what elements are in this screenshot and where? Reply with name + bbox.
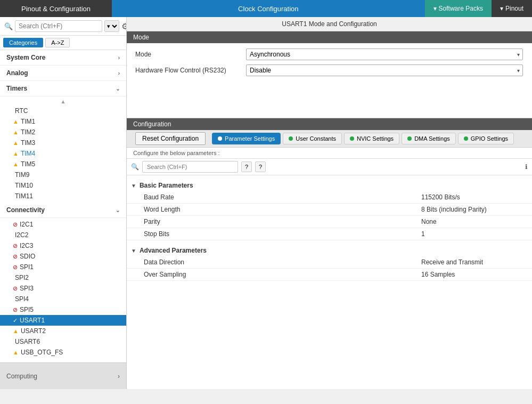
param-search-input[interactable] bbox=[142, 161, 238, 173]
config-tabs: Parameter Settings User Constants NVIC S… bbox=[212, 133, 514, 144]
tim3-label: TIM3 bbox=[21, 139, 35, 147]
i2c1-label: I2C1 bbox=[20, 221, 33, 228]
sidebar-item-rtc[interactable]: RTC bbox=[0, 106, 126, 116]
param-row-baud-rate: Baud Rate 115200 Bits/s bbox=[127, 191, 532, 204]
param-row-stop-bits: Stop Bits 1 bbox=[127, 228, 532, 240]
sidebar: 🔍 ▾ ⚙ Categories A->Z System Core › bbox=[0, 17, 127, 389]
sidebar-item-tim11[interactable]: TIM11 bbox=[0, 191, 126, 201]
sidebar-category-system-core[interactable]: System Core › bbox=[0, 50, 126, 66]
mode-content: Mode Asynchronous Hardware Flow Control … bbox=[127, 43, 532, 118]
search-input[interactable] bbox=[15, 20, 102, 32]
sidebar-item-tim10[interactable]: TIM10 bbox=[0, 180, 126, 191]
az-tab[interactable]: A->Z bbox=[45, 38, 70, 47]
gear-icon[interactable]: ⚙ bbox=[121, 21, 127, 31]
spi3-label: SPI3 bbox=[20, 285, 34, 292]
sidebar-item-usart6[interactable]: USART6 bbox=[0, 336, 126, 347]
hw-flow-select-wrapper: Disable bbox=[246, 64, 523, 76]
sidebar-item-sdio[interactable]: ⊘ SDIO bbox=[0, 251, 126, 262]
advanced-params-arrow: ▼ bbox=[131, 248, 136, 254]
analog-arrow: › bbox=[118, 70, 120, 76]
sidebar-item-tim9[interactable]: TIM9 bbox=[0, 169, 126, 180]
sidebar-category-connectivity[interactable]: Connectivity ⌄ ⊘ I2C1 I2C2 ⊘ I2C3 bbox=[0, 203, 126, 359]
connectivity-arrow: ⌄ bbox=[116, 207, 120, 213]
sidebar-item-spi2[interactable]: SPI2 bbox=[0, 272, 126, 283]
sidebar-category-timers[interactable]: Timers ⌄ ▲ RTC ▲ TIM1 ▲ TIM2 bbox=[0, 81, 126, 203]
sidebar-item-spi5[interactable]: ⊘ SPI5 bbox=[0, 304, 126, 315]
sidebar-item-tim4[interactable]: ▲ TIM4 bbox=[0, 148, 126, 159]
hw-flow-select[interactable]: Disable bbox=[246, 64, 523, 76]
advanced-params-header[interactable]: ▼ Advanced Parameters bbox=[127, 245, 532, 256]
analog-label: Analog bbox=[6, 69, 28, 77]
toolbar-info-btn1[interactable]: ? bbox=[241, 161, 252, 172]
sidebar-category-analog[interactable]: Analog › bbox=[0, 66, 126, 81]
tab-parameter-settings[interactable]: Parameter Settings bbox=[212, 133, 281, 144]
search-icon: 🔍 bbox=[4, 22, 13, 30]
mode-label: Mode bbox=[135, 51, 242, 58]
sidebar-item-spi4[interactable]: SPI4 bbox=[0, 294, 126, 304]
usart2-label: USART2 bbox=[21, 327, 46, 335]
i2c3-label: I2C3 bbox=[20, 242, 33, 249]
spi5-label: SPI5 bbox=[20, 306, 34, 313]
pinout-config-tab[interactable]: Pinout & Configuration bbox=[0, 0, 112, 17]
tim4-warning-icon: ▲ bbox=[13, 150, 19, 157]
sidebar-item-tim1[interactable]: ▲ TIM1 bbox=[0, 116, 126, 127]
sidebar-item-tim2[interactable]: ▲ TIM2 bbox=[0, 127, 126, 138]
tim4-label: TIM4 bbox=[21, 150, 35, 157]
sidebar-item-usart1[interactable]: ✓ USART1 bbox=[0, 315, 126, 326]
sidebar-tabs: Categories A->Z bbox=[0, 36, 126, 50]
baud-rate-name: Baud Rate bbox=[144, 193, 421, 201]
over-sampling-name: Over Sampling bbox=[144, 271, 421, 278]
pinout-tab[interactable]: ▾ Pinout bbox=[492, 0, 532, 17]
tab-dma-settings[interactable]: DMA Settings bbox=[402, 133, 456, 144]
param-row-word-length: Word Length 8 Bits (including Parity) bbox=[127, 204, 532, 216]
mode-select-wrapper: Asynchronous bbox=[246, 49, 523, 60]
content-title: USART1 Mode and Configuration bbox=[127, 17, 532, 31]
tim3-warning-icon: ▲ bbox=[13, 140, 19, 146]
data-direction-value: Receive and Transmit bbox=[421, 258, 528, 266]
sidebar-item-tim3[interactable]: ▲ TIM3 bbox=[0, 138, 126, 148]
sidebar-item-usb-otg-fs[interactable]: ▲ USB_OTG_FS bbox=[0, 347, 126, 358]
spi1-error-icon: ⊘ bbox=[13, 264, 18, 271]
tab-gpio-settings[interactable]: GPIO Settings bbox=[458, 133, 514, 144]
parity-name: Parity bbox=[144, 218, 421, 225]
param-row-data-direction: Data Direction Receive and Transmit bbox=[127, 256, 532, 269]
computing-chevron: › bbox=[118, 373, 120, 380]
tab-nvic-settings[interactable]: NVIC Settings bbox=[344, 133, 399, 144]
usb-otg-fs-warning-icon: ▲ bbox=[13, 349, 19, 355]
param-row-parity: Parity None bbox=[127, 216, 532, 228]
search-type-select[interactable]: ▾ bbox=[104, 20, 119, 32]
sidebar-item-i2c3[interactable]: ⊘ I2C3 bbox=[0, 240, 126, 251]
tim5-label: TIM5 bbox=[21, 160, 35, 168]
toolbar-info-btn2[interactable]: ? bbox=[255, 161, 266, 172]
toolbar-search-icon: 🔍 bbox=[131, 163, 139, 171]
toolbar-info-icon[interactable]: ℹ bbox=[525, 163, 528, 171]
param-row-over-sampling: Over Sampling 16 Samples bbox=[127, 269, 532, 281]
spi4-label: SPI4 bbox=[15, 295, 29, 303]
tab-user-constants[interactable]: User Constants bbox=[283, 133, 342, 144]
sidebar-item-tim5[interactable]: ▲ TIM5 bbox=[0, 159, 126, 169]
tim1-warning-icon: ▲ bbox=[13, 118, 19, 125]
timers-label: Timers bbox=[6, 85, 27, 92]
sidebar-category-multimedia[interactable]: Multimedia › bbox=[0, 359, 126, 362]
sidebar-bottom-bar: Computing › bbox=[0, 362, 126, 389]
i2c2-label: I2C2 bbox=[15, 231, 28, 239]
software-packs-tab[interactable]: ▾ Software Packs bbox=[425, 0, 492, 17]
mode-select[interactable]: Asynchronous bbox=[246, 49, 523, 60]
sidebar-item-spi1[interactable]: ⊘ SPI1 bbox=[0, 262, 126, 272]
sidebar-item-spi3[interactable]: ⊘ SPI3 bbox=[0, 283, 126, 294]
data-direction-name: Data Direction bbox=[144, 258, 421, 266]
sdio-error-icon: ⊘ bbox=[13, 253, 18, 260]
clock-config-tab[interactable]: Clock Configuration bbox=[112, 0, 425, 17]
sidebar-item-i2c2[interactable]: I2C2 bbox=[0, 230, 126, 240]
usb-otg-fs-label: USB_OTG_FS bbox=[21, 349, 63, 356]
basic-params-header[interactable]: ▼ Basic Parameters bbox=[127, 180, 532, 191]
i2c1-error-icon: ⊘ bbox=[13, 221, 18, 228]
sidebar-item-usart2[interactable]: ▲ USART2 bbox=[0, 326, 126, 336]
tim1-label: TIM1 bbox=[21, 118, 35, 125]
mode-section-header: Mode bbox=[127, 31, 532, 43]
reset-config-button[interactable]: Reset Configuration bbox=[135, 132, 206, 145]
categories-tab[interactable]: Categories bbox=[3, 38, 43, 47]
mode-row: Mode Asynchronous bbox=[135, 49, 523, 60]
tim11-label: TIM11 bbox=[15, 192, 33, 200]
sidebar-item-i2c1[interactable]: ⊘ I2C1 bbox=[0, 219, 126, 230]
